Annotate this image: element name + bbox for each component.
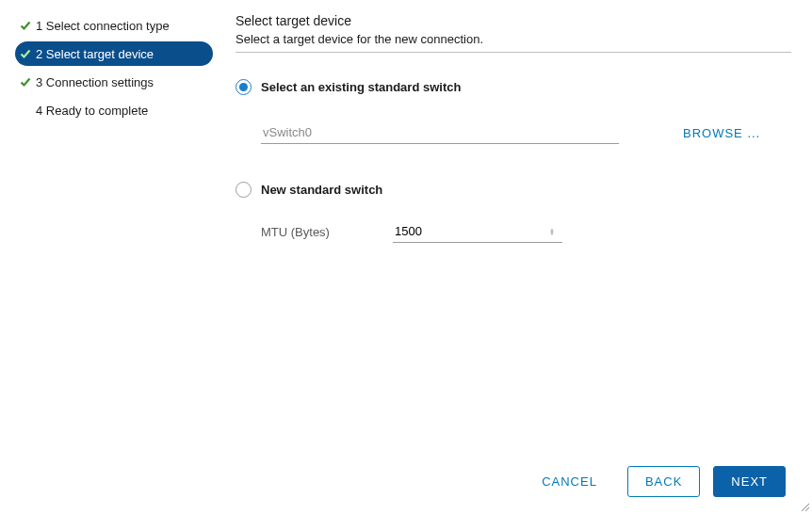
radio-existing-switch[interactable] [235, 79, 252, 95]
page-subtitle: Select a target device for the new conne… [235, 32, 791, 46]
next-button[interactable]: NEXT [713, 466, 786, 497]
back-button[interactable]: BACK [627, 466, 700, 497]
resize-grip-icon[interactable] [799, 501, 810, 512]
cancel-button[interactable]: CANCEL [525, 467, 614, 496]
step-connection-settings[interactable]: 3 Connection settings [15, 70, 213, 94]
chevron-down-icon[interactable]: ▼ [549, 232, 555, 235]
svg-line-1 [805, 507, 809, 511]
svg-line-0 [802, 504, 809, 511]
radio-existing-switch-row[interactable]: Select an existing standard switch [235, 79, 791, 95]
check-icon [19, 75, 32, 88]
step-select-target-device[interactable]: 2 Select target device [15, 41, 213, 66]
wizard-footer: CANCEL BACK NEXT [525, 466, 786, 497]
divider [235, 52, 791, 53]
radio-existing-switch-label: Select an existing standard switch [261, 80, 461, 94]
wizard-steps: 1 Select connection type 2 Select target… [15, 13, 213, 435]
mtu-label: MTU (Bytes) [261, 225, 393, 239]
step-ready-to-complete[interactable]: 4 Ready to complete [15, 98, 213, 122]
check-icon [19, 104, 32, 117]
existing-switch-input[interactable] [261, 121, 619, 144]
step-label: 4 Ready to complete [36, 104, 148, 118]
radio-new-switch-row[interactable]: New standard switch [235, 182, 791, 198]
check-icon [19, 47, 32, 60]
check-icon [19, 19, 32, 32]
page-title: Select target device [235, 13, 791, 28]
browse-button[interactable]: BROWSE ... [683, 126, 760, 140]
step-label: 2 Select target device [36, 47, 154, 61]
step-label: 3 Connection settings [36, 75, 154, 89]
step-select-connection-type[interactable]: 1 Select connection type [15, 13, 213, 38]
main-panel: Select target device Select a target dev… [213, 13, 797, 435]
radio-new-switch[interactable] [235, 182, 252, 198]
radio-new-switch-label: New standard switch [261, 183, 382, 197]
mtu-stepper[interactable]: ▲ ▼ [549, 228, 555, 235]
step-label: 1 Select connection type [36, 19, 170, 33]
mtu-input[interactable] [393, 220, 562, 243]
